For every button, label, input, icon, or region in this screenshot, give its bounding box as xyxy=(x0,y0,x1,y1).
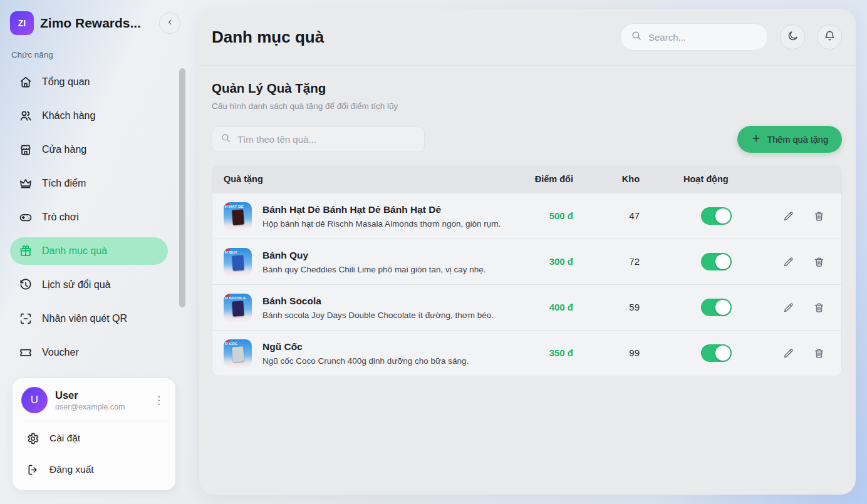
gear-icon xyxy=(26,432,39,445)
sidebar-item-2[interactable]: Cửa hàng xyxy=(10,136,168,163)
gift-thumbnail: H QUY xyxy=(224,248,252,276)
table-row: H QUY Bánh QuyBánh quy Cheddies Chili Li… xyxy=(212,239,841,284)
history-icon xyxy=(19,278,33,292)
gift-name: Ngũ Cốc xyxy=(262,341,469,352)
content-area: Quản Lý Quà Tặng Cấu hình danh sách quà … xyxy=(199,66,856,376)
sidebar-scrollbar[interactable] xyxy=(179,68,185,307)
user-menu-button[interactable]: ⋮ xyxy=(151,393,167,408)
main-panel: Danh mục quà Quản Lý Quà Tặng Cấu hìn xyxy=(199,9,856,495)
app-name: Zimo Rewards... xyxy=(40,16,141,31)
gift-thumbnail: Ũ CỐC xyxy=(224,339,252,368)
gift-filter-search[interactable] xyxy=(212,126,425,152)
trash-icon xyxy=(813,210,825,222)
sidebar-nav: Tổng quanKhách hàngCửa hàngTích điểmTrò … xyxy=(10,68,180,366)
plus-icon xyxy=(751,133,761,145)
sidebar-item-8[interactable]: Voucher xyxy=(10,339,168,366)
sidebar-item-4[interactable]: Trò chơi xyxy=(10,203,168,231)
table-row: Ũ CỐC Ngũ CốcNgũ cốc Coco Crunch 400g di… xyxy=(212,330,841,376)
gift-description: Ngũ cốc Coco Crunch 400g dinh dưỡng cho … xyxy=(262,356,469,366)
gift-stock: 59 xyxy=(629,302,640,312)
user-card-item-1[interactable]: Đăng xuất xyxy=(21,455,167,484)
thumbnail-caption: H SOCOLA xyxy=(225,296,251,300)
dots-vertical-icon: ⋮ xyxy=(153,394,164,406)
logout-icon xyxy=(26,463,39,476)
chevron-left-icon xyxy=(165,18,175,29)
gift-points: 500 đ xyxy=(549,210,573,221)
column-header-gift: Quà tặng xyxy=(212,174,509,184)
pencil-icon xyxy=(782,347,794,359)
gift-description: Hộp bánh hạt dẻ Rischh Masala Almonds th… xyxy=(262,219,501,229)
trash-icon xyxy=(813,302,825,314)
table-row: H HẠT DẺ Bánh Hạt Dẻ Bánh Hạt Dẻ Bánh Hạ… xyxy=(212,193,841,239)
delete-button[interactable] xyxy=(812,346,826,361)
delete-button[interactable] xyxy=(812,301,826,315)
user-name: User xyxy=(55,389,125,401)
user-email: user@example.com xyxy=(55,403,125,411)
delete-button[interactable] xyxy=(812,209,826,224)
active-toggle[interactable] xyxy=(701,253,732,270)
pencil-icon xyxy=(782,210,794,222)
trash-icon xyxy=(813,347,825,359)
crown-icon xyxy=(19,177,33,190)
thumbnail-package xyxy=(232,255,244,270)
page-title: Danh mục quà xyxy=(212,28,324,47)
user-card-item-0[interactable]: Cài đặt xyxy=(21,424,167,453)
edit-button[interactable] xyxy=(781,209,796,224)
gift-stock: 99 xyxy=(629,347,640,358)
notifications-button[interactable] xyxy=(817,24,842,49)
sidebar-item-6[interactable]: Lịch sử đổi quà xyxy=(10,271,168,299)
sidebar-item-label: Nhân viên quét QR xyxy=(42,313,127,324)
sidebar-item-label: Cửa hàng xyxy=(42,144,86,155)
edit-button[interactable] xyxy=(781,255,796,269)
gift-name: Bánh Hạt Dẻ Bánh Hạt Dẻ Bánh Hạt Dẻ xyxy=(262,204,501,215)
search-icon xyxy=(631,30,642,44)
dark-mode-button[interactable] xyxy=(780,24,805,49)
sidebar-item-0[interactable]: Tổng quan xyxy=(10,68,168,96)
content-subheading: Cấu hình danh sách quà tặng để đổi điểm … xyxy=(212,101,842,111)
gift-description: Bánh socola Joy Days Double Chocolate ít… xyxy=(262,311,494,320)
gift-table: Quà tặng Điểm đổi Kho Hoạt động H HẠT DẺ… xyxy=(212,165,842,376)
thumbnail-caption: H QUY xyxy=(225,250,251,254)
table-row: H SOCOLA Bánh SocolaBánh socola Joy Days… xyxy=(212,284,841,330)
column-header-active: Hoạt động xyxy=(666,174,766,184)
sidebar-item-label: Tích điểm xyxy=(42,178,86,189)
delete-button[interactable] xyxy=(812,255,826,269)
user-card-item-label: Đăng xuất xyxy=(49,464,94,475)
sidebar-collapse-button[interactable] xyxy=(159,13,180,34)
sidebar-item-label: Lịch sử đổi quà xyxy=(42,279,110,291)
thumbnail-caption: Ũ CỐC xyxy=(225,342,251,346)
table-header-row: Quà tặng Điểm đổi Kho Hoạt động xyxy=(212,165,841,193)
home-icon xyxy=(19,75,33,89)
user-card-item-label: Cài đặt xyxy=(49,433,80,444)
edit-button[interactable] xyxy=(781,346,796,361)
sidebar-item-1[interactable]: Khách hàng xyxy=(10,102,168,130)
column-header-stock: Kho xyxy=(578,174,666,184)
add-gift-button[interactable]: Thêm quà tặng xyxy=(737,126,842,153)
gift-icon xyxy=(19,244,33,258)
gamepad-icon xyxy=(19,210,33,224)
sidebar-item-label: Danh mục quà xyxy=(42,245,107,257)
gift-name: Bánh Quy xyxy=(262,250,485,261)
sidebar-item-label: Trò chơi xyxy=(42,212,79,223)
sidebar-item-3[interactable]: Tích điểm xyxy=(10,170,168,197)
app-logo: ZI xyxy=(10,11,34,35)
sidebar-item-7[interactable]: Nhân viên quét QR xyxy=(10,305,168,332)
sidebar-section-label: Chức năng xyxy=(11,50,180,59)
gift-points: 300 đ xyxy=(549,256,573,267)
active-toggle[interactable] xyxy=(701,344,732,362)
active-toggle[interactable] xyxy=(701,299,732,316)
gift-points: 350 đ xyxy=(549,347,573,358)
edit-button[interactable] xyxy=(781,301,796,315)
global-search[interactable] xyxy=(620,23,768,51)
search-icon xyxy=(221,133,231,146)
global-search-input[interactable] xyxy=(648,32,749,43)
sidebar-item-5[interactable]: Danh mục quà xyxy=(10,237,168,265)
app-logo-row: ZI Zimo Rewards... xyxy=(10,11,180,35)
content-heading: Quản Lý Quà Tặng xyxy=(212,81,842,96)
column-header-points: Điểm đổi xyxy=(509,174,578,184)
trash-icon xyxy=(813,256,825,268)
store-icon xyxy=(19,143,33,157)
gift-points: 400 đ xyxy=(549,302,573,312)
gift-filter-input[interactable] xyxy=(237,134,413,145)
active-toggle[interactable] xyxy=(701,207,732,225)
